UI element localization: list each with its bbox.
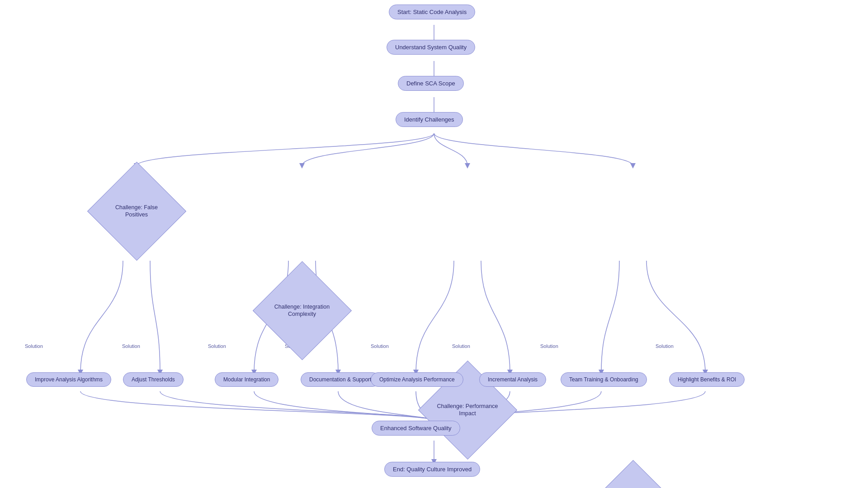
svg-text:Solution: Solution xyxy=(452,343,470,349)
sol4a-node: Team Training & Onboarding xyxy=(561,372,647,387)
challenge4-node: Challenge: Resistance to Change xyxy=(583,460,683,488)
challenge4-diamond xyxy=(583,460,682,488)
diagram-container: Solution Solution Solution Solution Solu… xyxy=(0,0,868,488)
identify-node: Identify Challenges xyxy=(396,112,463,127)
svg-text:Solution: Solution xyxy=(371,343,389,349)
end-node: End: Quality Culture Improved xyxy=(384,462,480,477)
svg-text:Solution: Solution xyxy=(540,343,558,349)
sol2b-node: Documentation & Support xyxy=(301,372,380,387)
start-node: Start: Static Code Analysis xyxy=(389,5,475,19)
svg-text:Solution: Solution xyxy=(208,343,226,349)
define-node: Define SCA Scope xyxy=(398,76,464,91)
challenge1-node: Challenge: False Positives xyxy=(87,161,186,261)
svg-text:Solution: Solution xyxy=(122,343,140,349)
sol3a-node: Optimize Analysis Performance xyxy=(371,372,463,387)
svg-text:Solution: Solution xyxy=(656,343,674,349)
sol4b-node: Highlight Benefits & ROI xyxy=(669,372,745,387)
sol2a-node: Modular Integration xyxy=(215,372,278,387)
enhanced-node: Enhanced Software Quality xyxy=(372,421,460,436)
svg-text:Solution: Solution xyxy=(25,343,43,349)
challenge2-node: Challenge: Integration Complexity xyxy=(252,261,352,360)
sol3b-node: Incremental Analysis xyxy=(479,372,546,387)
understand-node: Understand System Quality xyxy=(387,40,475,55)
sol1a-node: Improve Analysis Algorithms xyxy=(26,372,111,387)
sol1b-node: Adjust Thresholds xyxy=(123,372,184,387)
